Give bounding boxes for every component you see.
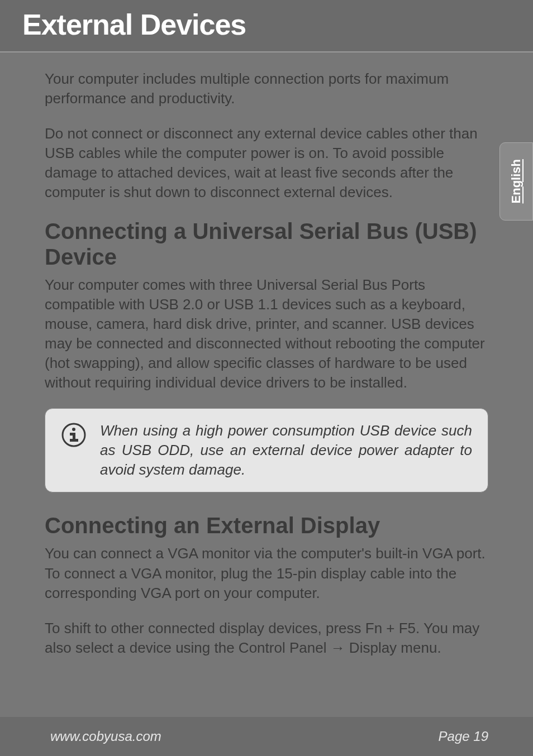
paragraph-display-1: You can connect a VGA monitor via the co…: [45, 544, 488, 602]
svg-point-1: [72, 428, 75, 431]
footer-url: www.cobyusa.com: [50, 729, 161, 744]
language-label: English: [509, 159, 524, 203]
paragraph-display-2: To shift to other connected display devi…: [45, 619, 488, 658]
heading-usb: Connecting a Universal Serial Bus (USB) …: [45, 218, 488, 270]
page-title: External Devices: [22, 8, 533, 41]
content-area: Your computer includes multiple connecti…: [0, 52, 533, 658]
info-text: When using a high power consumption USB …: [100, 421, 472, 480]
paragraph-display-2-post: Display menu.: [345, 639, 441, 656]
intro-paragraph-2: Do not connect or disconnect any externa…: [45, 124, 488, 202]
language-tab: English: [499, 142, 533, 221]
footer: www.cobyusa.com Page 19: [0, 717, 533, 756]
page: External Devices English Your computer i…: [0, 0, 533, 756]
arrow-icon: →: [331, 639, 345, 656]
svg-rect-4: [70, 439, 78, 442]
heading-display: Connecting an External Display: [45, 513, 488, 538]
info-icon: [61, 422, 87, 450]
footer-page-number: Page 19: [439, 729, 488, 744]
info-box: When using a high power consumption USB …: [45, 408, 488, 492]
title-bar: External Devices: [0, 0, 533, 52]
paragraph-usb: Your computer comes with three Universal…: [45, 275, 488, 393]
intro-paragraph-1: Your computer includes multiple connecti…: [45, 69, 488, 108]
